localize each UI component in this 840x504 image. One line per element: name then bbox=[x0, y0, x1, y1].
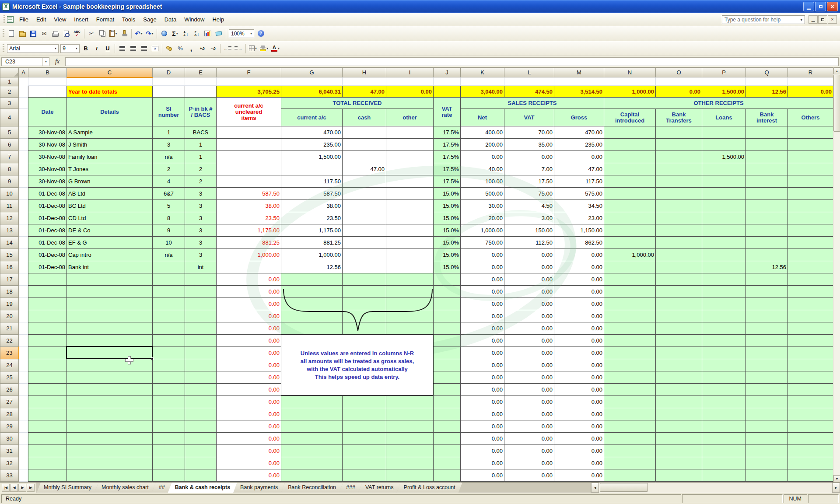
cell-E34[interactable] bbox=[185, 482, 217, 483]
cell-E12[interactable]: 3 bbox=[185, 212, 217, 224]
cell-Q25[interactable] bbox=[746, 371, 788, 384]
workbook-restore-button[interactable] bbox=[818, 15, 827, 24]
cell-B2[interactable] bbox=[28, 86, 67, 98]
help-search-box[interactable]: Type a question for help ▾ bbox=[722, 15, 805, 24]
cell-J25[interactable] bbox=[434, 371, 461, 384]
cell-H27[interactable] bbox=[343, 396, 386, 408]
cell-A17[interactable] bbox=[19, 273, 28, 286]
cell-D13[interactable]: 9 bbox=[153, 224, 185, 237]
cell-A20[interactable] bbox=[19, 310, 28, 322]
scroll-left-button[interactable]: ◀ bbox=[591, 483, 599, 493]
cell-I33[interactable] bbox=[386, 469, 434, 482]
cell-H2[interactable]: 47.00 bbox=[343, 86, 386, 98]
cell-J15[interactable]: 15.0% bbox=[434, 249, 461, 261]
cell-J10[interactable]: 15.0% bbox=[434, 188, 461, 200]
cell-P8[interactable] bbox=[702, 163, 746, 175]
cell-O27[interactable] bbox=[656, 396, 702, 408]
cell-I15[interactable] bbox=[386, 249, 434, 261]
cell-I28[interactable] bbox=[386, 408, 434, 420]
cell-F5[interactable] bbox=[217, 126, 281, 139]
cell-B34[interactable] bbox=[28, 482, 67, 483]
cell-R25[interactable] bbox=[788, 371, 833, 384]
cell-J23[interactable] bbox=[434, 347, 461, 359]
sheet-tab-vat-returns[interactable]: VAT returns bbox=[358, 483, 401, 493]
cell-C18[interactable] bbox=[67, 286, 153, 298]
cell-M33[interactable]: 0.00 bbox=[554, 469, 604, 482]
cell-J12[interactable]: 15.0% bbox=[434, 212, 461, 224]
cell-O9[interactable] bbox=[656, 175, 702, 188]
cell-F24[interactable]: 0.00 bbox=[217, 359, 281, 371]
cell-O24[interactable] bbox=[656, 359, 702, 371]
cell-Q4-header[interactable]: Bankinterest bbox=[746, 109, 788, 126]
column-header-L[interactable]: L bbox=[504, 68, 554, 77]
cell-D28[interactable] bbox=[153, 408, 185, 420]
cell-M19[interactable]: 0.00 bbox=[554, 298, 604, 310]
cell-E22[interactable] bbox=[185, 335, 217, 347]
cell-R20[interactable] bbox=[788, 310, 833, 322]
cell-K14[interactable]: 750.00 bbox=[461, 237, 504, 249]
cell-N30[interactable] bbox=[604, 433, 656, 445]
cell-N19[interactable] bbox=[604, 298, 656, 310]
cell-A9[interactable] bbox=[19, 175, 28, 188]
cell-G2[interactable]: 6,040.31 bbox=[281, 86, 343, 98]
cell-C6[interactable]: J Smith bbox=[67, 139, 153, 151]
cell-G15[interactable]: 1,000.00 bbox=[281, 249, 343, 261]
cell-I12[interactable] bbox=[386, 212, 434, 224]
cell-D20[interactable] bbox=[153, 310, 185, 322]
font-name-select[interactable]: Arial ▾ bbox=[7, 44, 59, 53]
cell-O8[interactable] bbox=[656, 163, 702, 175]
format-painter-button[interactable] bbox=[119, 28, 130, 39]
cell-L31[interactable]: 0.00 bbox=[504, 445, 554, 457]
cell-O31[interactable] bbox=[656, 445, 702, 457]
sales-receipts-header[interactable]: SALES RECEIPTS bbox=[461, 98, 604, 109]
menu-window[interactable]: Window bbox=[180, 14, 208, 25]
cell-I13[interactable] bbox=[386, 224, 434, 237]
cell-K29[interactable]: 0.00 bbox=[461, 420, 504, 433]
cell-O33[interactable] bbox=[656, 469, 702, 482]
cell-E24[interactable] bbox=[185, 359, 217, 371]
cell-O21[interactable] bbox=[656, 322, 702, 335]
cell-J5[interactable]: 17.5% bbox=[434, 126, 461, 139]
menu-help[interactable]: Help bbox=[208, 14, 228, 25]
cell-I29[interactable] bbox=[386, 420, 434, 433]
cell-E11[interactable]: 3 bbox=[185, 200, 217, 212]
cell-Q24[interactable] bbox=[746, 359, 788, 371]
column-header-Q[interactable]: Q bbox=[746, 68, 788, 77]
cell-R13[interactable] bbox=[788, 224, 833, 237]
cell-R30[interactable] bbox=[788, 433, 833, 445]
cell-G14[interactable]: 881.25 bbox=[281, 237, 343, 249]
cell-D18[interactable] bbox=[153, 286, 185, 298]
cell-J16[interactable]: 15.0% bbox=[434, 261, 461, 273]
cell-K20[interactable]: 0.00 bbox=[461, 310, 504, 322]
cell-C14[interactable]: EF & G bbox=[67, 237, 153, 249]
cell-N12[interactable] bbox=[604, 212, 656, 224]
cell-G1[interactable] bbox=[281, 77, 343, 86]
cell-Q23[interactable] bbox=[746, 347, 788, 359]
sort-ascending-button[interactable]: AZ↓ bbox=[181, 28, 191, 39]
cell-J28[interactable] bbox=[434, 408, 461, 420]
cell-P26[interactable] bbox=[702, 384, 746, 396]
cell-C21[interactable] bbox=[67, 322, 153, 335]
cell-F13[interactable]: 1,175.00 bbox=[217, 224, 281, 237]
column-header-F[interactable]: F bbox=[217, 68, 281, 77]
cell-M23[interactable]: 0.00 bbox=[554, 347, 604, 359]
cell-F3-uncleared-header[interactable]: current a/cuncleareditems bbox=[217, 98, 281, 126]
cell-A31[interactable] bbox=[19, 445, 28, 457]
scroll-right-button[interactable]: ▶ bbox=[832, 483, 840, 493]
cell-R19[interactable] bbox=[788, 298, 833, 310]
row-header-9[interactable]: 9 bbox=[0, 175, 19, 188]
cell-P24[interactable] bbox=[702, 359, 746, 371]
cell-N15[interactable]: 1,000.00 bbox=[604, 249, 656, 261]
cell-O12[interactable] bbox=[656, 212, 702, 224]
cell-A19[interactable] bbox=[19, 298, 28, 310]
cell-C17[interactable] bbox=[67, 273, 153, 286]
cell-G29[interactable] bbox=[281, 420, 343, 433]
cell-R1[interactable] bbox=[788, 77, 833, 86]
cell-L6[interactable]: 35.00 bbox=[504, 139, 554, 151]
cell-I14[interactable] bbox=[386, 237, 434, 249]
tab-scroll-last-button[interactable]: ▶| bbox=[27, 484, 35, 492]
cell-E15[interactable]: 3 bbox=[185, 249, 217, 261]
row-header-25[interactable]: 25 bbox=[0, 371, 19, 384]
bold-button[interactable]: B bbox=[80, 43, 91, 54]
cell-K22[interactable]: 0.00 bbox=[461, 335, 504, 347]
